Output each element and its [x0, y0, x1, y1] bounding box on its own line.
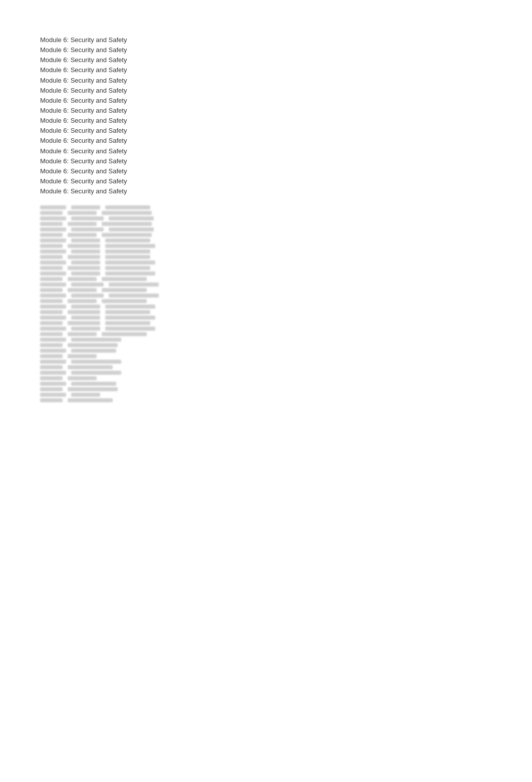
text-line-1: Module 6: Security and Safety	[40, 35, 532, 45]
blurred-chunk	[40, 398, 63, 402]
blurred-row-bottom	[40, 387, 165, 391]
text-line-7: Module 6: Security and Safety	[40, 96, 532, 106]
blurred-chunk	[40, 205, 66, 209]
blurred-chunk	[68, 398, 113, 402]
blurred-chunk	[40, 338, 66, 342]
blurred-row	[40, 216, 165, 220]
blurred-row	[40, 266, 165, 270]
blurred-row-bottom	[40, 371, 165, 375]
blurred-chunk	[68, 321, 100, 325]
blurred-row	[40, 238, 165, 242]
blurred-chunk	[71, 238, 100, 242]
blurred-row-bottom	[40, 382, 165, 386]
blurred-chunk	[71, 371, 121, 375]
text-line-6: Module 6: Security and Safety	[40, 86, 532, 96]
blurred-row-bottom	[40, 343, 165, 347]
blurred-row	[40, 288, 165, 292]
blurred-chunk	[40, 343, 63, 347]
blurred-chunk	[68, 233, 97, 237]
blurred-chunk	[40, 299, 63, 303]
blurred-row-bottom	[40, 354, 165, 358]
blurred-row-bottom	[40, 338, 165, 342]
blurred-chunk	[40, 294, 66, 298]
text-line-14: Module 6: Security and Safety	[40, 166, 532, 176]
blurred-row-bottom	[40, 393, 165, 397]
blurred-row	[40, 222, 165, 226]
blurred-chunk	[40, 327, 66, 331]
blurred-chunk	[40, 266, 63, 270]
blurred-row	[40, 327, 165, 331]
blurred-chunk	[71, 216, 104, 220]
blurred-chunk	[68, 211, 97, 215]
blurred-chunk	[71, 260, 100, 265]
blurred-chunk	[71, 327, 100, 331]
blurred-chunk	[68, 332, 97, 336]
blurred-chunk	[102, 299, 147, 303]
blurred-chunk	[68, 222, 97, 226]
blurred-chunk	[40, 321, 63, 325]
blurred-chunk	[40, 376, 63, 380]
blurred-chunk	[71, 316, 100, 320]
blurred-chunk	[71, 283, 104, 287]
blurred-chunk	[40, 310, 63, 314]
blurred-chunk	[105, 260, 155, 265]
blurred-chunk	[71, 393, 100, 397]
blurred-chunk	[102, 277, 147, 281]
text-line-8: Module 6: Security and Safety	[40, 106, 532, 116]
blurred-chunk	[68, 365, 113, 369]
blurred-chunk	[71, 272, 100, 276]
blurred-chunk	[105, 305, 155, 309]
blurred-row	[40, 272, 165, 276]
text-line-10: Module 6: Security and Safety	[40, 126, 532, 136]
blurred-chunk	[40, 222, 63, 226]
blurred-chunk	[71, 205, 100, 209]
blurred-row	[40, 294, 165, 298]
blurred-chunk	[105, 244, 155, 248]
blurred-chunk	[40, 365, 63, 369]
blurred-chunk	[68, 244, 100, 248]
blurred-chunk	[68, 266, 100, 270]
blurred-chunk	[40, 393, 66, 397]
blurred-chunk	[40, 305, 66, 309]
blurred-chunk	[105, 310, 150, 314]
blurred-chunk	[40, 288, 63, 292]
blurred-chunk	[105, 266, 150, 270]
blurred-chunk	[71, 338, 121, 342]
blurred-chunk	[109, 283, 159, 287]
blurred-chunk	[105, 205, 150, 209]
blurred-chunk	[102, 211, 152, 215]
blurred-chunk	[40, 354, 63, 358]
blurred-chunk	[109, 227, 154, 231]
blurred-chunk	[102, 288, 147, 292]
blurred-chunk	[40, 260, 66, 265]
text-line-9: Module 6: Security and Safety	[40, 116, 532, 126]
blurred-chunk	[40, 244, 63, 248]
blurred-chunk	[109, 294, 159, 298]
blurred-chunk	[40, 316, 66, 320]
blurred-chunk	[40, 332, 63, 336]
blurred-row	[40, 255, 165, 259]
blurred-chunk	[68, 343, 118, 347]
blurred-row	[40, 249, 165, 253]
blurred-content-container	[40, 205, 165, 402]
blurred-chunk	[40, 283, 66, 287]
blurred-row	[40, 205, 165, 209]
blurred-chunk	[40, 360, 66, 364]
blurred-row	[40, 305, 165, 309]
blurred-row	[40, 316, 165, 320]
blurred-chunk	[68, 310, 100, 314]
text-line-15: Module 6: Security and Safety	[40, 176, 532, 186]
blurred-chunk	[71, 249, 100, 253]
text-line-12: Module 6: Security and Safety	[40, 146, 532, 156]
blurred-chunk	[102, 222, 152, 226]
blurred-row-bottom	[40, 376, 165, 380]
blurred-chunk	[71, 305, 100, 309]
blurred-chunk	[102, 233, 152, 237]
blurred-row	[40, 299, 165, 303]
blurred-row-bottom	[40, 349, 165, 353]
blurred-chunk	[40, 233, 63, 237]
blurred-row	[40, 211, 165, 215]
blurred-chunk	[40, 382, 66, 386]
blurred-chunk	[71, 349, 116, 353]
blurred-row	[40, 260, 165, 265]
